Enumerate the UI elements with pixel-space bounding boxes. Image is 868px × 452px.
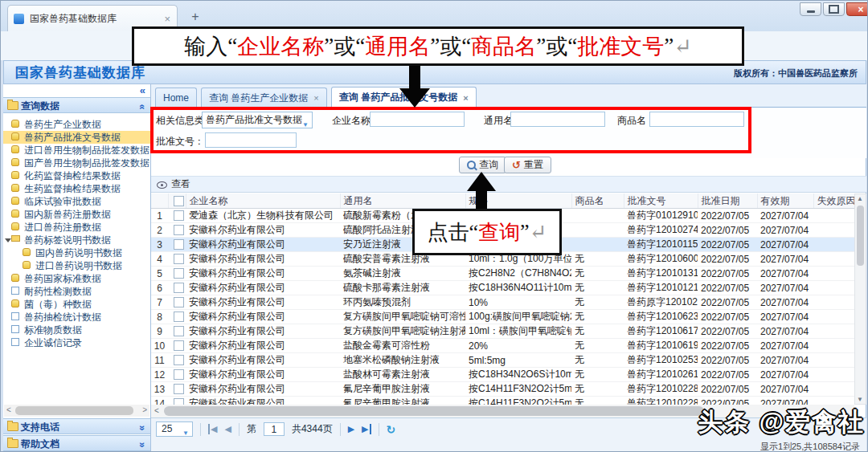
- tree-item[interactable]: 进口兽用生物制品批签发数据: [3, 144, 150, 157]
- row-checkbox[interactable]: [174, 355, 184, 365]
- view-label: 查看: [171, 178, 190, 189]
- tree-item[interactable]: 兽药标签说明书数据: [3, 234, 150, 246]
- row-checkbox[interactable]: [174, 283, 184, 293]
- tree-item[interactable]: 国内新兽药注册数据: [3, 208, 150, 221]
- row-checkbox[interactable]: [174, 297, 184, 307]
- tree-item[interactable]: 菌（毒）种数据: [3, 298, 150, 311]
- new-tab-button[interactable]: +: [186, 8, 205, 26]
- annotation-text-segment: “: [567, 34, 577, 59]
- column-header[interactable]: 批准文号: [624, 193, 698, 209]
- chevron-down-icon[interactable]: »: [136, 426, 150, 431]
- tree-item[interactable]: 企业诚信记录: [3, 336, 150, 349]
- table-row[interactable]: 6安徽科尔药业有限公司硫酸卡那霉素注射液按C18H36N4O11计10ml:1.…: [151, 281, 854, 295]
- tree-item[interactable]: 兽药产品批准文号数据: [3, 131, 150, 144]
- chevron-down-icon[interactable]: »: [136, 442, 150, 448]
- row-checkbox[interactable]: [174, 225, 184, 235]
- copyright-text: 版权所有：中国兽医药品监察所: [734, 67, 858, 79]
- row-checkbox[interactable]: [174, 268, 184, 279]
- checkbox-cell: [168, 368, 186, 382]
- table-cell: [571, 223, 624, 238]
- tree-item[interactable]: 国内兽药说明书数据: [3, 246, 150, 259]
- sidebar-panel-help-docs[interactable]: 帮助文档 »: [3, 435, 150, 451]
- table-row[interactable]: 10安徽科尔药业有限公司盐酸金霉素可溶性粉20%无兽药字120106197202…: [151, 339, 854, 353]
- column-header[interactable]: 通用名: [340, 193, 465, 209]
- row-checkbox[interactable]: [174, 239, 184, 250]
- tree-item[interactable]: 兽药国家标准数据: [3, 272, 150, 285]
- column-header[interactable]: 批准日期: [698, 193, 757, 209]
- scroll-up-icon[interactable]: ▲: [857, 195, 863, 202]
- table-cell: [813, 223, 854, 238]
- sidebar-panel-query-data[interactable]: 查询数据 «: [3, 97, 150, 113]
- table-row[interactable]: 8安徽科尔药业有限公司复方磺胺间甲氧嘧啶钠可溶性100g:磺胺间甲氧嘧啶钠20g…: [151, 310, 854, 324]
- annotation-text-segment: ”: [324, 34, 334, 59]
- tree-item[interactable]: 进口兽药说明书数据: [3, 259, 150, 272]
- search-button[interactable]: 查询: [459, 157, 506, 173]
- tab-close-icon[interactable]: ×: [164, 13, 170, 25]
- sidebar-collapse-icon[interactable]: «: [140, 84, 145, 96]
- page-number-input[interactable]: 1: [264, 422, 285, 436]
- minimize-button[interactable]: [800, 2, 821, 16]
- sidebar-panel-support-phone[interactable]: 支持电话 »: [3, 418, 150, 434]
- scroll-right-icon[interactable]: >: [142, 405, 147, 414]
- row-checkbox[interactable]: [174, 210, 184, 221]
- page-size-select[interactable]: 25 ▼: [156, 421, 193, 437]
- select-all-checkbox[interactable]: [174, 196, 184, 206]
- last-page-button[interactable]: ▶: [362, 424, 371, 434]
- first-page-button[interactable]: ◀: [208, 424, 217, 434]
- tree-item[interactable]: 进口兽药注册数据: [3, 221, 150, 234]
- scroll-left-icon[interactable]: <: [6, 405, 11, 414]
- tree-item[interactable]: 国产兽用生物制品批签发数据: [3, 157, 150, 169]
- annotation-text-segment: 批准文号: [577, 32, 664, 61]
- tree-item[interactable]: 临床试验审批数据: [3, 195, 150, 208]
- row-number: 11: [151, 353, 168, 368]
- database-icon: [11, 171, 19, 179]
- app-tab[interactable]: Home: [155, 88, 197, 108]
- tree-item[interactable]: 标准物质数据: [3, 324, 150, 336]
- row-checkbox[interactable]: [174, 369, 184, 380]
- expander-icon[interactable]: [5, 238, 11, 242]
- row-checkbox[interactable]: [174, 384, 184, 394]
- scrollbar-thumb[interactable]: [15, 406, 133, 415]
- close-button[interactable]: ×: [846, 2, 868, 16]
- minimize-icon: [807, 10, 815, 13]
- sidebar-hscrollbar[interactable]: < >: [4, 405, 149, 417]
- maximize-button[interactable]: [823, 2, 845, 16]
- tree-item[interactable]: 兽药抽检统计数据: [3, 311, 150, 324]
- tab-close-icon[interactable]: ×: [463, 93, 468, 103]
- table-row[interactable]: 5安徽科尔药业有限公司氨茶碱注射液按C2H8N2（C7H8N4O2）2-2无兽药…: [151, 267, 854, 281]
- annotation-text-segment: 查询: [478, 218, 520, 246]
- column-header[interactable]: 失效原因: [813, 193, 854, 209]
- reset-button[interactable]: ↺ 重置: [504, 157, 551, 173]
- tab-close-icon[interactable]: ×: [313, 93, 318, 103]
- table-row[interactable]: 9安徽科尔药业有限公司复方磺胺间甲氧嘧啶钠注射液10ml：磺胺间甲氧嘧啶钠2g+…: [151, 324, 854, 339]
- next-page-button[interactable]: ▶: [348, 424, 354, 434]
- row-checkbox[interactable]: [174, 254, 184, 264]
- table-row[interactable]: 11安徽科尔药业有限公司地塞米松磷酸钠注射液5ml:5mg无兽药字1201025…: [151, 353, 854, 368]
- table-row[interactable]: 12安徽科尔药业有限公司盐酸林可霉素注射液按C18H34N2O6S计10ml:1…: [151, 368, 854, 382]
- scrollbar-thumb[interactable]: [164, 406, 704, 416]
- chevron-up-icon[interactable]: «: [136, 104, 150, 110]
- app-tab-label: 查询 兽药产品批准文号数据: [339, 91, 457, 104]
- column-header[interactable]: 有效期: [757, 193, 813, 209]
- column-header[interactable]: 企业名称: [186, 193, 340, 209]
- column-header[interactable]: 商品名: [571, 193, 624, 209]
- tree-item[interactable]: 化药监督抽检结果数据: [3, 169, 150, 182]
- grid-vscrollbar[interactable]: ▲ ▼: [854, 193, 866, 405]
- row-checkbox[interactable]: [174, 340, 184, 351]
- view-toolbar[interactable]: 查看: [151, 176, 866, 193]
- prev-page-button[interactable]: ◀: [224, 424, 231, 434]
- tree-item-label: 兽药抽检统计数据: [24, 312, 101, 323]
- table-row[interactable]: 13安徽科尔药业有限公司氟尼辛葡甲胺注射液按C14H11F3N2O2计5ml:2…: [151, 382, 854, 397]
- scroll-left-icon[interactable]: <: [154, 406, 159, 415]
- refresh-grid-icon[interactable]: ↻: [387, 423, 396, 436]
- row-checkbox[interactable]: [174, 312, 184, 322]
- tree-item[interactable]: 耐药性检测数据: [3, 285, 150, 298]
- scroll-down-icon[interactable]: ▼: [857, 396, 863, 403]
- app-tab[interactable]: 查询 兽药生产企业数据×: [201, 88, 327, 108]
- tree-item-label: 化药监督抽检结果数据: [24, 170, 121, 181]
- tree-item[interactable]: 兽药生产企业数据: [3, 118, 150, 131]
- tree-item[interactable]: 生药监督抽检结果数据: [3, 182, 150, 195]
- row-checkbox[interactable]: [174, 326, 184, 336]
- table-row[interactable]: 7安徽科尔药业有限公司环丙氨嗪预混剂10%无兽药原字1201020792022/…: [151, 295, 854, 310]
- scrollbar-thumb[interactable]: [857, 206, 864, 266]
